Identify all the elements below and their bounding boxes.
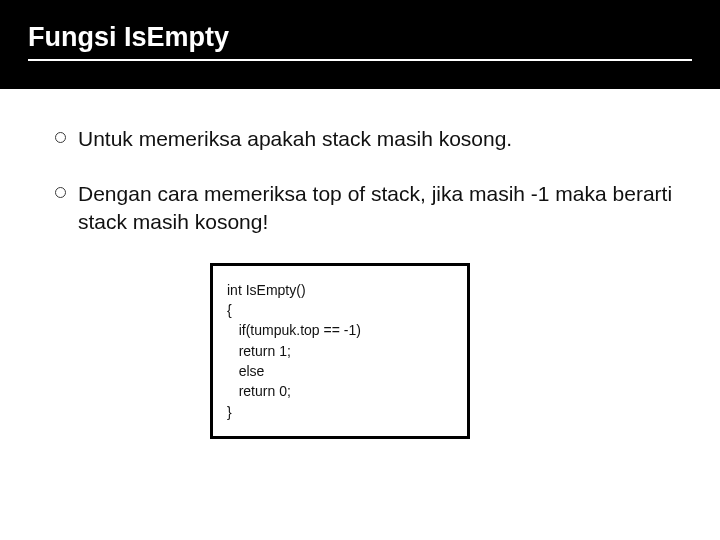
- slide-title: Fungsi IsEmpty: [28, 22, 692, 53]
- slide-header: Fungsi IsEmpty: [0, 0, 720, 89]
- code-line: }: [227, 404, 232, 420]
- code-line: return 1;: [227, 343, 291, 359]
- bullet-icon: [50, 187, 70, 198]
- code-line: return 0;: [227, 383, 291, 399]
- slide-content: Untuk memeriksa apakah stack masih koson…: [0, 89, 720, 439]
- bullet-text: Dengan cara memeriksa top of stack, jika…: [70, 180, 680, 235]
- bullet-icon: [50, 132, 70, 143]
- code-line: {: [227, 302, 232, 318]
- code-line: else: [227, 363, 264, 379]
- bullet-item: Dengan cara memeriksa top of stack, jika…: [50, 180, 680, 235]
- bullet-item: Untuk memeriksa apakah stack masih koson…: [50, 125, 680, 152]
- bullet-text: Untuk memeriksa apakah stack masih koson…: [70, 125, 512, 152]
- code-line: int IsEmpty(): [227, 282, 306, 298]
- title-underline: [28, 59, 692, 61]
- code-block: int IsEmpty() { if(tumpuk.top == -1) ret…: [210, 263, 470, 439]
- code-line: if(tumpuk.top == -1): [227, 322, 361, 338]
